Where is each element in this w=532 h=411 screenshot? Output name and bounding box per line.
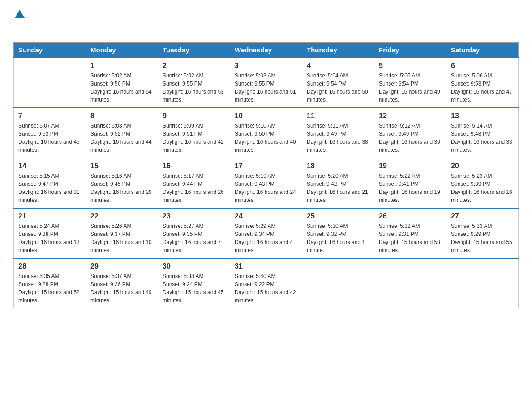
day-info: Sunrise: 5:35 AMSunset: 9:28 PMDaylight:… [18,272,81,304]
logo-icon [15,9,25,19]
day-number: 5 [379,62,442,70]
calendar-cell-20: 20Sunrise: 5:23 AMSunset: 9:39 PMDayligh… [446,158,519,208]
svg-marker-0 [15,10,25,18]
day-info: Sunrise: 5:33 AMSunset: 9:29 PMDaylight:… [451,222,514,254]
calendar-cell-27: 27Sunrise: 5:33 AMSunset: 9:29 PMDayligh… [446,208,519,258]
calendar-cell-12: 12Sunrise: 5:12 AMSunset: 9:49 PMDayligh… [374,108,446,158]
day-header-sunday: Sunday [14,43,86,58]
day-info: Sunrise: 5:22 AMSunset: 9:41 PMDaylight:… [379,172,442,204]
day-number: 14 [18,162,81,170]
day-header-monday: Monday [86,43,158,58]
day-info: Sunrise: 5:29 AMSunset: 9:34 PMDaylight:… [235,222,297,254]
calendar-cell-26: 26Sunrise: 5:32 AMSunset: 9:31 PMDayligh… [374,208,446,258]
day-number: 28 [18,262,81,270]
calendar-cell-31: 31Sunrise: 5:40 AMSunset: 9:22 PMDayligh… [230,258,302,308]
calendar-cell-9: 9Sunrise: 5:09 AMSunset: 9:51 PMDaylight… [158,108,230,158]
day-info: Sunrise: 5:09 AMSunset: 9:51 PMDaylight:… [163,122,225,154]
calendar-cell-13: 13Sunrise: 5:14 AMSunset: 9:48 PMDayligh… [446,108,519,158]
day-info: Sunrise: 5:10 AMSunset: 9:50 PMDaylight:… [235,122,297,154]
week-row-4: 21Sunrise: 5:24 AMSunset: 9:38 PMDayligh… [14,208,519,258]
header-row: SundayMondayTuesdayWednesdayThursdayFrid… [14,43,519,58]
day-number: 20 [451,162,514,170]
calendar-cell-4: 4Sunrise: 5:04 AMSunset: 9:54 PMDaylight… [302,58,374,108]
calendar-cell-5: 5Sunrise: 5:05 AMSunset: 9:54 PMDaylight… [374,58,446,108]
calendar-cell-22: 22Sunrise: 5:26 AMSunset: 9:37 PMDayligh… [86,208,158,258]
day-number: 10 [235,112,297,120]
day-info: Sunrise: 5:20 AMSunset: 9:42 PMDaylight:… [307,172,369,204]
calendar-cell-2: 2Sunrise: 5:02 AMSunset: 9:55 PMDaylight… [158,58,230,108]
day-number: 9 [163,112,225,120]
week-row-2: 7Sunrise: 5:07 AMSunset: 9:53 PMDaylight… [14,108,519,158]
day-info: Sunrise: 5:02 AMSunset: 9:56 PMDaylight:… [90,72,153,104]
day-info: Sunrise: 5:07 AMSunset: 9:53 PMDaylight:… [18,122,81,154]
day-number: 21 [18,212,81,220]
day-number: 24 [235,212,297,220]
day-number: 15 [90,162,153,170]
calendar-cell-6: 6Sunrise: 5:06 AMSunset: 9:53 PMDaylight… [446,58,519,108]
calendar-cell-15: 15Sunrise: 5:16 AMSunset: 9:45 PMDayligh… [86,158,158,208]
calendar-cell-7: 7Sunrise: 5:07 AMSunset: 9:53 PMDaylight… [14,108,86,158]
calendar-cell-16: 16Sunrise: 5:17 AMSunset: 9:44 PMDayligh… [158,158,230,208]
day-info: Sunrise: 5:04 AMSunset: 9:54 PMDaylight:… [307,72,369,104]
day-info: Sunrise: 5:30 AMSunset: 9:32 PMDaylight:… [307,222,369,254]
day-number: 7 [18,112,81,120]
day-number: 3 [235,62,297,70]
day-number: 31 [235,262,297,270]
calendar-cell-14: 14Sunrise: 5:15 AMSunset: 9:47 PMDayligh… [14,158,86,208]
day-info: Sunrise: 5:05 AMSunset: 9:54 PMDaylight:… [379,72,442,104]
day-info: Sunrise: 5:38 AMSunset: 9:24 PMDaylight:… [163,272,225,304]
calendar-cell-18: 18Sunrise: 5:20 AMSunset: 9:42 PMDayligh… [302,158,374,208]
calendar-cell-30: 30Sunrise: 5:38 AMSunset: 9:24 PMDayligh… [158,258,230,308]
week-row-3: 14Sunrise: 5:15 AMSunset: 9:47 PMDayligh… [14,158,519,208]
day-info: Sunrise: 5:26 AMSunset: 9:37 PMDaylight:… [90,222,153,254]
day-info: Sunrise: 5:19 AMSunset: 9:43 PMDaylight:… [235,172,297,204]
day-header-wednesday: Wednesday [230,43,302,58]
calendar-cell-10: 10Sunrise: 5:10 AMSunset: 9:50 PMDayligh… [230,108,302,158]
calendar-cell-1: 1Sunrise: 5:02 AMSunset: 9:56 PMDaylight… [86,58,158,108]
week-row-5: 28Sunrise: 5:35 AMSunset: 9:28 PMDayligh… [14,258,519,308]
day-info: Sunrise: 5:03 AMSunset: 9:55 PMDaylight:… [235,72,297,104]
day-number: 23 [163,212,225,220]
day-info: Sunrise: 5:16 AMSunset: 9:45 PMDaylight:… [90,172,153,204]
calendar-cell-19: 19Sunrise: 5:22 AMSunset: 9:41 PMDayligh… [374,158,446,208]
day-info: Sunrise: 5:02 AMSunset: 9:55 PMDaylight:… [163,72,225,104]
day-info: Sunrise: 5:37 AMSunset: 9:26 PMDaylight:… [90,272,153,304]
calendar-cell-21: 21Sunrise: 5:24 AMSunset: 9:38 PMDayligh… [14,208,86,258]
day-number: 22 [90,212,153,220]
day-number: 25 [307,212,369,220]
day-number: 26 [379,212,442,220]
calendar-cell-empty-4-5 [374,258,446,308]
day-info: Sunrise: 5:17 AMSunset: 9:44 PMDaylight:… [163,172,225,204]
day-info: Sunrise: 5:15 AMSunset: 9:47 PMDaylight:… [18,172,81,204]
calendar-cell-17: 17Sunrise: 5:19 AMSunset: 9:43 PMDayligh… [230,158,302,208]
day-number: 17 [235,162,297,170]
calendar-cell-8: 8Sunrise: 5:08 AMSunset: 9:52 PMDaylight… [86,108,158,158]
calendar-cell-empty-0-0 [14,58,86,108]
day-number: 30 [163,262,225,270]
calendar-cell-25: 25Sunrise: 5:30 AMSunset: 9:32 PMDayligh… [302,208,374,258]
day-info: Sunrise: 5:23 AMSunset: 9:39 PMDaylight:… [451,172,514,204]
day-info: Sunrise: 5:24 AMSunset: 9:38 PMDaylight:… [18,222,81,254]
day-number: 27 [451,212,514,220]
day-info: Sunrise: 5:11 AMSunset: 9:49 PMDaylight:… [307,122,369,154]
day-number: 8 [90,112,153,120]
day-info: Sunrise: 5:06 AMSunset: 9:53 PMDaylight:… [451,72,514,104]
calendar-cell-28: 28Sunrise: 5:35 AMSunset: 9:28 PMDayligh… [14,258,86,308]
calendar-cell-23: 23Sunrise: 5:27 AMSunset: 9:35 PMDayligh… [158,208,230,258]
day-header-thursday: Thursday [302,43,374,58]
page-header [13,9,519,33]
day-info: Sunrise: 5:27 AMSunset: 9:35 PMDaylight:… [163,222,225,254]
day-number: 6 [451,62,514,70]
day-number: 12 [379,112,442,120]
calendar-cell-empty-4-6 [446,258,519,308]
calendar-cell-24: 24Sunrise: 5:29 AMSunset: 9:34 PMDayligh… [230,208,302,258]
calendar-cell-29: 29Sunrise: 5:37 AMSunset: 9:26 PMDayligh… [86,258,158,308]
day-number: 11 [307,112,369,120]
day-info: Sunrise: 5:40 AMSunset: 9:22 PMDaylight:… [235,272,297,304]
logo [13,9,25,33]
day-info: Sunrise: 5:08 AMSunset: 9:52 PMDaylight:… [90,122,153,154]
day-header-tuesday: Tuesday [158,43,230,58]
day-header-friday: Friday [374,43,446,58]
calendar-cell-11: 11Sunrise: 5:11 AMSunset: 9:49 PMDayligh… [302,108,374,158]
day-number: 19 [379,162,442,170]
